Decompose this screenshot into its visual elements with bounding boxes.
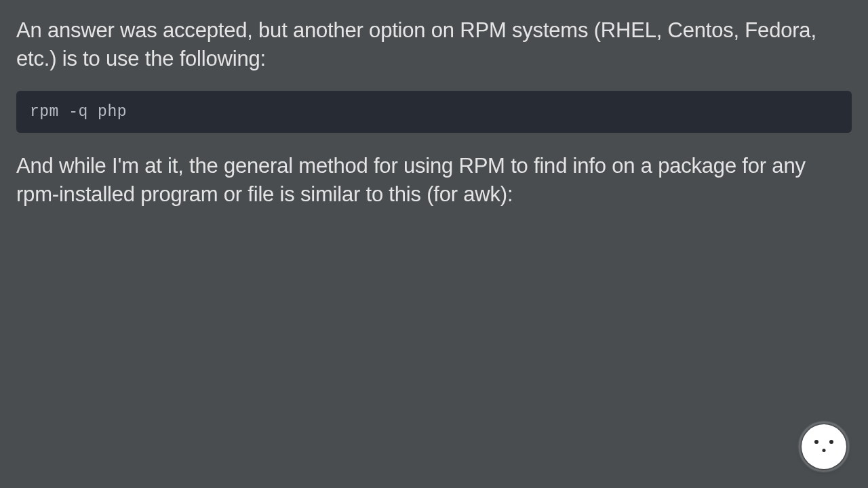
- chat-face-icon: [810, 439, 837, 455]
- code-block-1: rpm -q php: [16, 91, 852, 133]
- answer-paragraph-1: An answer was accepted, but another opti…: [16, 16, 852, 73]
- answer-paragraph-2: And while I'm at it, the general method …: [16, 152, 852, 209]
- code-text-1: rpm -q php: [30, 103, 127, 121]
- chat-widget-button[interactable]: [802, 424, 846, 469]
